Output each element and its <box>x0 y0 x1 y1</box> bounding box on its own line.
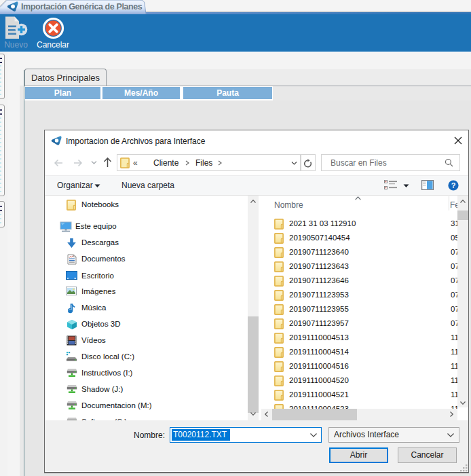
svg-text:?: ? <box>451 181 456 189</box>
